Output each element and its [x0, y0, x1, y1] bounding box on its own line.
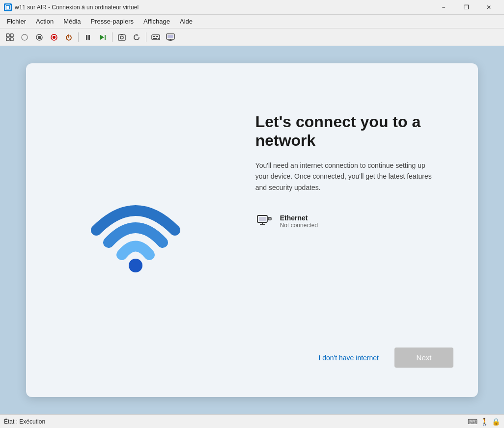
toolbar-settings-button[interactable] [3, 30, 17, 44]
menu-media[interactable]: Média [58, 16, 85, 27]
menu-presse-papiers[interactable]: Presse-papiers [86, 16, 139, 27]
toolbar-restore-button[interactable] [130, 30, 143, 44]
card-footer: I don't have internet Next [255, 348, 453, 377]
state-label: État : [4, 418, 18, 425]
toolbar-power-button[interactable] [62, 30, 76, 44]
statusbar: État : Exécution ⌨ 🚶 🔒 [0, 414, 504, 428]
statusbar-state: État : Exécution [4, 418, 45, 425]
svg-rect-20 [154, 36, 155, 37]
toolbar-sep-2 [112, 32, 112, 42]
menu-fichier[interactable]: Fichier [2, 16, 31, 27]
window-title: w11 sur AIR - Connexion à un ordinateur … [15, 4, 432, 11]
toolbar-monitor-button[interactable] [164, 30, 177, 44]
toolbar-play-button[interactable] [18, 30, 31, 44]
wifi-icon [86, 186, 185, 274]
svg-rect-31 [259, 217, 266, 221]
svg-point-6 [22, 34, 28, 40]
svg-rect-19 [153, 36, 154, 37]
svg-rect-22 [157, 36, 158, 37]
setup-description: You'll need an internet connection to co… [255, 160, 432, 193]
svg-point-10 [53, 36, 56, 39]
toolbar-sep-1 [78, 32, 79, 42]
lock-status-icon: 🔒 [492, 418, 500, 426]
toolbar-sep-3 [146, 32, 146, 42]
svg-rect-2 [6, 34, 9, 37]
titlebar: w11 sur AIR - Connexion à un ordinateur … [0, 0, 504, 15]
svg-rect-5 [10, 38, 13, 41]
svg-rect-24 [158, 38, 159, 39]
menu-aide[interactable]: Aide [175, 16, 197, 27]
person-status-icon: 🚶 [480, 418, 489, 426]
svg-rect-1 [6, 6, 9, 9]
svg-rect-18 [152, 35, 160, 40]
svg-rect-8 [38, 36, 41, 39]
card-right: Let's connect you to a network You'll ne… [246, 63, 478, 397]
state-value: Exécution [19, 418, 45, 425]
svg-rect-11 [86, 35, 87, 40]
network-item-ethernet[interactable]: Ethernet Not connected [255, 208, 453, 235]
svg-point-16 [120, 36, 123, 39]
card-illustration [26, 166, 246, 294]
menubar: Fichier Action Média Presse-papiers Affi… [0, 15, 504, 28]
ethernet-icon [255, 213, 273, 230]
svg-marker-13 [100, 35, 104, 40]
svg-rect-3 [10, 34, 13, 37]
menu-affichage[interactable]: Affichage [139, 16, 175, 27]
svg-rect-15 [118, 35, 125, 40]
no-internet-button[interactable]: I don't have internet [312, 350, 385, 366]
network-info: Ethernet Not connected [280, 214, 318, 229]
toolbar-step-button[interactable] [96, 30, 110, 44]
network-status: Not connected [280, 222, 318, 229]
svg-rect-26 [168, 35, 173, 38]
close-button[interactable]: ✕ [477, 0, 500, 15]
network-name: Ethernet [280, 214, 318, 222]
setup-card: Let's connect you to a network You'll ne… [26, 63, 478, 397]
svg-rect-14 [105, 35, 106, 40]
toolbar-keyboard-button[interactable] [149, 30, 163, 44]
card-content: Let's connect you to a network You'll ne… [255, 93, 453, 348]
menu-action[interactable]: Action [31, 16, 58, 27]
svg-marker-17 [137, 34, 139, 36]
toolbar-record-button[interactable] [47, 30, 61, 44]
app-icon [4, 3, 12, 11]
toolbar [0, 28, 504, 46]
svg-rect-21 [156, 36, 157, 37]
svg-rect-4 [6, 38, 9, 41]
next-button[interactable]: Next [394, 348, 453, 368]
svg-rect-23 [153, 38, 157, 39]
toolbar-pause-button[interactable] [81, 30, 95, 44]
keyboard-status-icon: ⌨ [468, 418, 477, 426]
restore-button[interactable]: ❐ [455, 0, 477, 15]
toolbar-snapshot-button[interactable] [115, 30, 129, 44]
window-controls: − ❐ ✕ [432, 0, 500, 15]
statusbar-icons: ⌨ 🚶 🔒 [468, 418, 500, 426]
setup-title: Let's connect you to a network [255, 112, 453, 150]
svg-rect-12 [88, 35, 90, 40]
svg-point-29 [129, 259, 142, 272]
toolbar-stop-button[interactable] [32, 30, 46, 44]
minimize-button[interactable]: − [432, 0, 455, 15]
main-area: Let's connect you to a network You'll ne… [0, 46, 504, 414]
